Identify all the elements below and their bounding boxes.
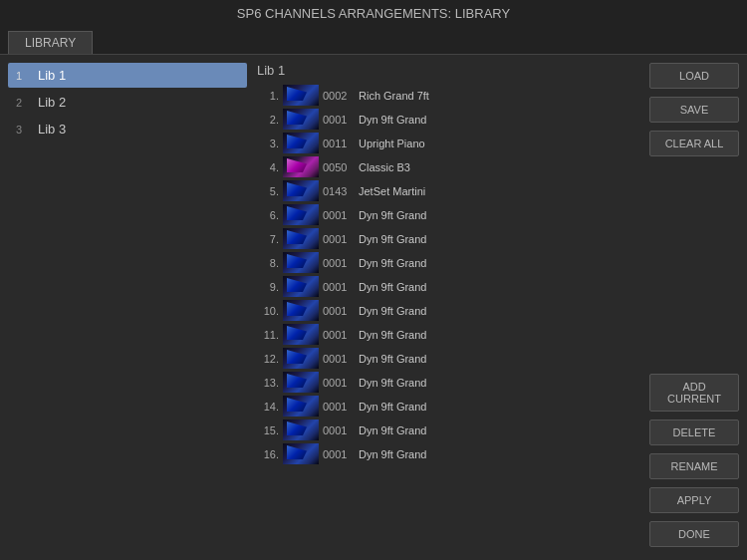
slot-name: Dyn 9ft Grand xyxy=(359,257,641,269)
tabs-bar: LIBRARY xyxy=(0,27,747,55)
slot-row[interactable]: 3.0011Upright Piano xyxy=(255,132,641,154)
slot-code: 0001 xyxy=(323,448,359,460)
slot-code: 0011 xyxy=(323,138,359,149)
delete-button[interactable]: DELETE xyxy=(649,420,739,445)
slot-number: 6. xyxy=(255,209,283,221)
slot-thumbnail xyxy=(283,300,319,321)
spacer xyxy=(649,160,739,374)
content-area: 1Lib 12Lib 23Lib 3 Lib 1 1.0002Rich Gran… xyxy=(0,55,747,559)
slot-code: 0143 xyxy=(323,185,359,197)
slot-row[interactable]: 13.0001Dyn 9ft Grand xyxy=(255,371,641,394)
done-button[interactable]: DONE xyxy=(649,521,739,547)
slot-thumbnail xyxy=(283,420,319,440)
lib-label: Lib 1 xyxy=(38,68,66,83)
lib-item-2[interactable]: 2Lib 2 xyxy=(8,90,247,115)
slot-row[interactable]: 5.0143JetSet Martini xyxy=(255,179,641,202)
slot-thumbnail xyxy=(283,133,319,153)
slot-row[interactable]: 1.0002Rich Grand 7ft xyxy=(255,84,641,107)
slot-name: Dyn 9ft Grand xyxy=(359,401,641,413)
right-panel: LOAD SAVE CLEAR ALL ADD CURRENT DELETE R… xyxy=(649,63,739,551)
page-title: SP6 CHANNELS ARRANGEMENTS: LIBRARY xyxy=(237,6,510,21)
slot-thumbnail xyxy=(283,396,319,417)
slot-row[interactable]: 8.0001Dyn 9ft Grand xyxy=(255,251,641,274)
slot-code: 0001 xyxy=(323,401,359,413)
slot-thumbnail xyxy=(283,156,319,177)
clear-all-button[interactable]: CLEAR ALL xyxy=(649,131,739,156)
slot-row[interactable]: 16.0001Dyn 9ft Grand xyxy=(255,442,641,465)
slot-name: Dyn 9ft Grand xyxy=(359,353,641,365)
bottom-button-group: ADD CURRENT DELETE RENAME APPLY DONE xyxy=(649,374,739,551)
slot-number: 14. xyxy=(255,401,283,413)
slot-row[interactable]: 2.0001Dyn 9ft Grand xyxy=(255,108,641,131)
slot-name: Dyn 9ft Grand xyxy=(359,281,641,293)
slot-thumbnail xyxy=(283,443,319,464)
slot-thumbnail xyxy=(283,372,319,393)
lib-label: Lib 3 xyxy=(38,122,66,137)
slot-name: Upright Piano xyxy=(359,138,641,149)
slot-row[interactable]: 4.0050Classic B3 xyxy=(255,155,641,178)
top-button-group: LOAD SAVE CLEAR ALL xyxy=(649,63,739,160)
add-current-button[interactable]: ADD CURRENT xyxy=(649,374,739,412)
main-layout: LIBRARY 1Lib 12Lib 23Lib 3 Lib 1 1.0002R… xyxy=(0,27,747,559)
slot-number: 9. xyxy=(255,281,283,293)
slot-number: 13. xyxy=(255,377,283,389)
slot-number: 10. xyxy=(255,305,283,317)
list-title: Lib 1 xyxy=(255,63,641,78)
slot-code: 0001 xyxy=(323,305,359,317)
slot-code: 0001 xyxy=(323,114,359,126)
slot-code: 0050 xyxy=(323,161,359,173)
lib-label: Lib 2 xyxy=(38,95,66,110)
apply-button[interactable]: APPLY xyxy=(649,487,739,513)
slot-thumbnail xyxy=(283,180,319,201)
slot-name: Dyn 9ft Grand xyxy=(359,424,641,436)
slot-number: 15. xyxy=(255,424,283,436)
slot-code: 0001 xyxy=(323,257,359,269)
slot-number: 2. xyxy=(255,114,283,126)
slot-row[interactable]: 12.0001Dyn 9ft Grand xyxy=(255,347,641,370)
slot-code: 0001 xyxy=(323,233,359,245)
slot-name: Dyn 9ft Grand xyxy=(359,377,641,389)
slot-code: 0001 xyxy=(323,353,359,365)
slot-number: 1. xyxy=(255,90,283,102)
slot-thumbnail xyxy=(283,348,319,369)
lib-item-1[interactable]: 1Lib 1 xyxy=(8,63,247,88)
slot-name: Dyn 9ft Grand xyxy=(359,305,641,317)
slots-panel: Lib 1 1.0002Rich Grand 7ft2.0001Dyn 9ft … xyxy=(255,63,641,551)
slot-name: Dyn 9ft Grand xyxy=(359,233,641,245)
slot-number: 4. xyxy=(255,161,283,173)
slot-name: Classic B3 xyxy=(359,161,641,173)
slot-thumbnail xyxy=(283,324,319,345)
slot-thumbnail xyxy=(283,276,319,297)
slot-row[interactable]: 7.0001Dyn 9ft Grand xyxy=(255,227,641,250)
rename-button[interactable]: RENAME xyxy=(649,453,739,479)
slot-code: 0001 xyxy=(323,281,359,293)
slot-row[interactable]: 15.0001Dyn 9ft Grand xyxy=(255,419,641,441)
lib-num: 2 xyxy=(16,97,32,109)
lib-item-3[interactable]: 3Lib 3 xyxy=(8,117,247,141)
slot-row[interactable]: 9.0001Dyn 9ft Grand xyxy=(255,275,641,298)
slot-number: 11. xyxy=(255,329,283,341)
library-list: 1Lib 12Lib 23Lib 3 xyxy=(8,63,247,551)
slot-row[interactable]: 11.0001Dyn 9ft Grand xyxy=(255,323,641,346)
load-button[interactable]: LOAD xyxy=(649,63,739,89)
slot-name: JetSet Martini xyxy=(359,185,641,197)
slot-row[interactable]: 14.0001Dyn 9ft Grand xyxy=(255,395,641,418)
slot-thumbnail xyxy=(283,252,319,273)
slot-thumbnail xyxy=(283,85,319,106)
slot-name: Dyn 9ft Grand xyxy=(359,209,641,221)
slot-code: 0001 xyxy=(323,329,359,341)
slot-name: Dyn 9ft Grand xyxy=(359,114,641,126)
tab-library[interactable]: LIBRARY xyxy=(8,31,93,54)
slot-thumbnail xyxy=(283,228,319,249)
slot-thumbnail xyxy=(283,204,319,225)
save-button[interactable]: SAVE xyxy=(649,97,739,123)
slot-code: 0001 xyxy=(323,424,359,436)
slot-row[interactable]: 6.0001Dyn 9ft Grand xyxy=(255,203,641,226)
slot-number: 16. xyxy=(255,448,283,460)
slot-number: 5. xyxy=(255,185,283,197)
slot-code: 0001 xyxy=(323,377,359,389)
slot-row[interactable]: 10.0001Dyn 9ft Grand xyxy=(255,299,641,322)
slot-number: 8. xyxy=(255,257,283,269)
slot-name: Dyn 9ft Grand xyxy=(359,329,641,341)
slot-number: 3. xyxy=(255,138,283,149)
